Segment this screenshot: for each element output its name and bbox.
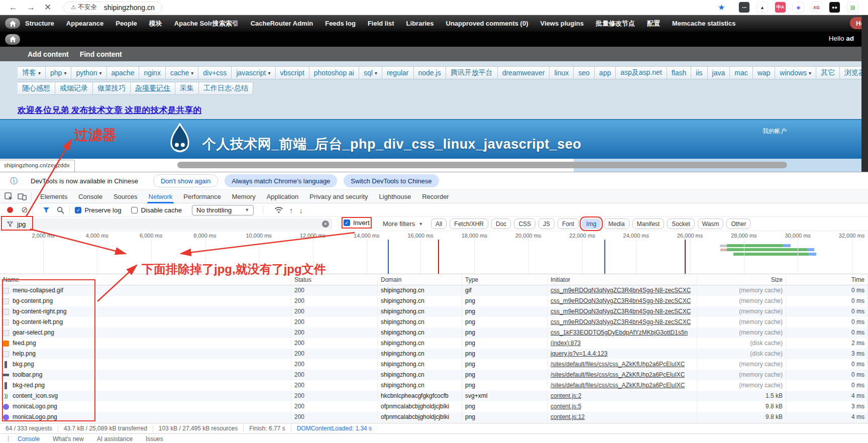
search-icon[interactable]	[57, 206, 64, 214]
invert-checkbox[interactable]: ✓Invert	[344, 219, 370, 227]
import-har-icon[interactable]: ↑	[289, 206, 293, 214]
admin-menu-item-unapproved-comments-0[interactable]: Unapproved comments (0)	[446, 20, 528, 27]
tab-application[interactable]: Application	[261, 190, 304, 203]
tag-link[interactable]: nginx	[139, 66, 165, 79]
filter-chip-fetch-xhr[interactable]: Fetch/XHR	[450, 218, 488, 229]
tag-link[interactable]: cache▾	[165, 66, 198, 79]
table-row[interactable]: bkg.png200shipingzhong.cnpng/sites/defau…	[0, 359, 868, 370]
back-icon[interactable]: ←	[9, 3, 18, 12]
preserve-log-checkbox[interactable]: ✓Preserve log	[75, 206, 121, 214]
tab-sources[interactable]: Sources	[108, 190, 143, 203]
filter-chip-other[interactable]: Other	[726, 218, 750, 229]
tag-link[interactable]: sql▾	[359, 66, 382, 79]
filter-funnel-icon[interactable]	[43, 207, 50, 213]
tag-link[interactable]: 腾讯开放平台	[446, 66, 498, 79]
tag-link[interactable]: 采集	[175, 82, 199, 95]
not-secure-badge[interactable]: ⚠不安全	[71, 3, 96, 12]
tag-link[interactable]: 浏览器	[839, 66, 861, 79]
tab-performance[interactable]: Performance	[178, 190, 226, 203]
forward-icon[interactable]: →	[27, 3, 35, 12]
clear-filter-icon[interactable]: ✕	[322, 220, 329, 228]
admin-menu-item-field-list[interactable]: Field list	[368, 20, 394, 27]
admin-menu-item-[interactable]: 批量修改节点	[596, 19, 635, 28]
adguard-extension-icon[interactable]: ▲	[756, 2, 768, 13]
tag-link[interactable]: mac	[729, 66, 752, 79]
filter-chip-css[interactable]: CSS	[514, 218, 535, 229]
tag-link[interactable]: seo	[573, 66, 595, 79]
tab-privacy-and-security[interactable]: Privacy and security	[304, 190, 373, 203]
filter-chip-media[interactable]: Media	[604, 218, 629, 229]
filter-chip-socket[interactable]: Socket	[667, 218, 695, 229]
clear-icon[interactable]: ⊘	[21, 206, 28, 214]
tag-link[interactable]: 工作日志-总结	[198, 82, 253, 95]
column-header-domain[interactable]: Domain	[378, 275, 462, 285]
initiator-link[interactable]: /sites/default/files/css/css_AZkKfUhp2a6…	[551, 370, 685, 380]
match-language-button[interactable]: Always match Chrome's language	[225, 174, 337, 187]
drupal-logo[interactable]	[166, 123, 194, 158]
tag-link[interactable]: asp及asp.net	[615, 66, 667, 79]
initiator-link[interactable]: css_m9eRDOqN3qNygZC3R4bn4Sgg-N8-zecSCXC	[551, 296, 691, 306]
tag-link[interactable]: iis	[691, 66, 707, 79]
initiator-link[interactable]: css_m9eRDOqN3qNygZC3R4bn4Sgg-N8-zecSCXC	[551, 317, 691, 327]
initiator-link[interactable]: content.js:2	[551, 391, 581, 401]
tag-link[interactable]: wap	[752, 66, 776, 79]
tag-link[interactable]: photoshop ai	[309, 66, 359, 79]
admin-menu-item-people[interactable]: People	[116, 20, 137, 27]
admin-menu-item-[interactable]: 模块	[149, 19, 162, 28]
tab-recorder[interactable]: Recorder	[416, 190, 454, 203]
my-account-link[interactable]: 我的帐户	[763, 127, 787, 136]
initiator-link[interactable]: (index):873	[551, 338, 581, 349]
admin-menu-item-[interactable]: 配置	[647, 19, 660, 28]
throttling-select[interactable]: No throttling▼	[192, 205, 254, 215]
tag-link[interactable]: 戒烟记录	[55, 82, 93, 95]
tag-link[interactable]: regular	[382, 66, 414, 79]
tag-link[interactable]: windows▾	[775, 66, 816, 79]
tag-link[interactable]: apache	[106, 66, 140, 79]
initiator-link[interactable]: content.js:5	[551, 401, 581, 412]
translate-extension-icon[interactable]: 中A	[775, 2, 786, 13]
admin-menu-item-feeds-log[interactable]: Feeds log	[325, 20, 356, 27]
export-har-icon[interactable]: ↓	[299, 206, 303, 214]
admin-menu-item-structure[interactable]: Structure	[25, 20, 54, 27]
disable-cache-checkbox[interactable]: Disable cache	[131, 206, 182, 214]
home-icon-small[interactable]	[5, 34, 20, 45]
table-row[interactable]: monicaLogo.png200ofpnmcalabcbjgholdjcjbl…	[0, 412, 868, 422]
table-row[interactable]: help.png200shipingzhong.cnpngjquery.js?v…	[0, 349, 868, 359]
home-icon[interactable]	[5, 18, 20, 29]
initiator-link[interactable]: jquery.js?v=1.4.4:123	[551, 349, 608, 359]
filter-input[interactable]: jpg ✕	[3, 218, 333, 230]
tag-link[interactable]: 杂项要记住	[130, 82, 175, 95]
tag-link[interactable]: linux	[549, 66, 574, 79]
vertical-scrollbar[interactable]	[861, 15, 868, 172]
column-header-initiator[interactable]: Initiator	[548, 275, 697, 285]
tag-link[interactable]: app	[594, 66, 616, 79]
table-row[interactable]: toolbar.png200shipingzhong.cnpng/sites/d…	[0, 370, 868, 380]
admin-menu-item-memcache-statistics[interactable]: Memcache statistics	[672, 20, 735, 27]
admin-menu-item-views-plugins[interactable]: Views plugins	[540, 20, 584, 27]
dont-show-again-button[interactable]: Don't show again	[153, 174, 218, 187]
tag-link[interactable]: flash	[667, 66, 692, 79]
tag-link[interactable]: dreamweaver	[497, 66, 550, 79]
table-row[interactable]: bkg-red.png200shipingzhong.cnpng/sites/d…	[0, 380, 868, 391]
tab-memory[interactable]: Memory	[227, 190, 261, 203]
dark-reader-extension-icon[interactable]: ●●	[829, 2, 840, 13]
table-row[interactable]: ))content_icon.svg200hkcbnlcpheacgfgkgfc…	[0, 391, 868, 401]
bookmark-star-icon[interactable]: ★	[718, 3, 725, 12]
filter-chip-manifest[interactable]: Manifest	[632, 218, 664, 229]
filter-chip-doc[interactable]: Doc	[491, 218, 511, 229]
filter-chip-img[interactable]: Img	[582, 218, 601, 229]
drawer-tab-what-s-new[interactable]: What's new	[53, 435, 84, 442]
stop-icon[interactable]: ✕	[44, 3, 51, 12]
tag-link[interactable]: 其它	[816, 66, 840, 79]
url-text[interactable]: shipingzhong.cn	[104, 4, 155, 12]
extensions-menu-icon[interactable]: ⋯	[738, 2, 750, 13]
monica-extension-icon[interactable]: ◉	[793, 2, 804, 13]
column-header-name[interactable]: Name	[0, 275, 291, 285]
ag-extension-icon[interactable]: ΛG	[811, 2, 822, 13]
add-content-link[interactable]: Add content	[28, 50, 69, 58]
tab-network[interactable]: Network	[143, 190, 178, 203]
find-content-link[interactable]: Find content	[80, 50, 122, 58]
initiator-link[interactable]: css_1kF33EODTO5gDyEbdpAfYzMKbjG3ottD1s5n	[551, 327, 688, 338]
table-row[interactable]: menu-collapsed.gif200shipingzhong.cngifc…	[0, 285, 868, 296]
initiator-link[interactable]: css_m9eRDOqN3qNygZC3R4bn4Sgg-N8-zecSCXC	[551, 285, 691, 296]
